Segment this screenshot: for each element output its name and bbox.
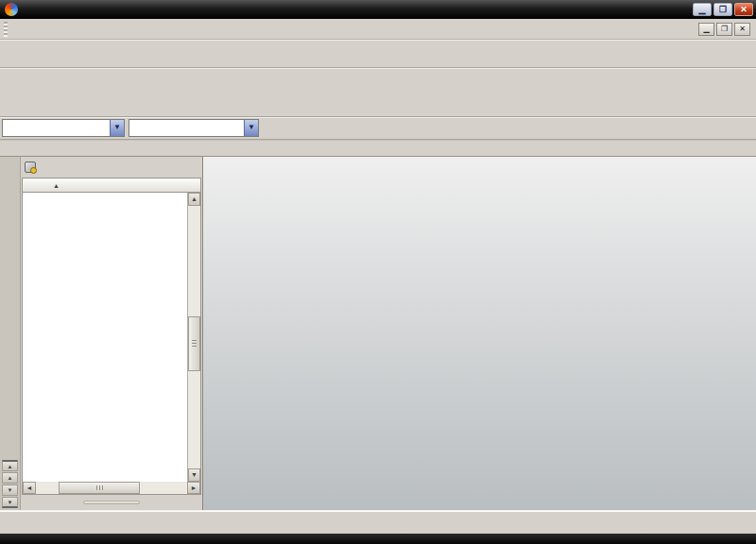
selection-scope-combo[interactable]: ▼ bbox=[129, 119, 259, 137]
tree-vertical-scrollbar[interactable]: ▲ ▼ bbox=[187, 193, 200, 482]
scroll-right-arrow[interactable]: ► bbox=[187, 482, 200, 494]
panel-resize-area bbox=[21, 495, 202, 510]
nx-app-icon bbox=[5, 3, 18, 16]
scroll-up-button[interactable]: ▲ bbox=[2, 472, 18, 484]
close-button[interactable]: ✕ bbox=[734, 3, 753, 16]
mdi-close-button[interactable]: ✕ bbox=[734, 23, 750, 36]
maximize-button[interactable]: ❐ bbox=[713, 3, 732, 16]
graphics-viewport[interactable] bbox=[203, 157, 756, 510]
gear-model-view[interactable] bbox=[203, 157, 756, 510]
navigator-icon bbox=[25, 162, 36, 173]
scroll-down-arrow[interactable]: ▼ bbox=[188, 468, 200, 482]
scrollbar-thumb[interactable] bbox=[59, 482, 140, 494]
mdi-window-buttons: ▁ ❐ ✕ bbox=[696, 23, 750, 36]
title-bar: ▁ ❐ ✕ bbox=[0, 0, 756, 19]
menu-grip[interactable] bbox=[4, 22, 8, 37]
tree-horizontal-scrollbar[interactable]: ◄ ► bbox=[22, 482, 201, 495]
scroll-bottom-button[interactable]: ▼ bbox=[2, 497, 18, 508]
scroll-top-button[interactable]: ▲ bbox=[2, 460, 18, 471]
selection-filter-combo[interactable]: ▼ bbox=[2, 119, 125, 137]
prompt-bar bbox=[0, 140, 756, 157]
selection-bar: ▼ ▼ bbox=[0, 117, 756, 140]
chevron-down-icon[interactable]: ▼ bbox=[244, 120, 258, 136]
tree-column-header[interactable]: ▲ bbox=[22, 178, 201, 193]
resource-bar: ▲ ▲ ▼ ▼ bbox=[0, 157, 21, 510]
minimize-button[interactable]: ▁ bbox=[693, 3, 712, 16]
panel-title-bar bbox=[21, 157, 202, 178]
scrollbar-thumb[interactable] bbox=[188, 316, 200, 371]
resource-bar-scrolls: ▲ ▲ ▼ ▼ bbox=[2, 459, 18, 510]
standard-toolbar bbox=[0, 40, 756, 68]
scroll-down-button[interactable]: ▼ bbox=[2, 484, 18, 496]
chevron-down-icon[interactable]: ▼ bbox=[110, 120, 124, 136]
sort-ascending-icon[interactable]: ▲ bbox=[53, 182, 60, 189]
mdi-minimize-button[interactable]: ▁ bbox=[698, 23, 714, 36]
features-toolbar bbox=[0, 68, 756, 117]
scroll-left-arrow[interactable]: ◄ bbox=[23, 482, 36, 494]
part-navigator-tree bbox=[23, 193, 187, 482]
nx-application-window: ▁ ❐ ✕ ▁ ❐ ✕ ▼ ▼ bbox=[0, 0, 756, 544]
mdi-restore-button[interactable]: ❐ bbox=[716, 23, 732, 36]
sketch-toolbar bbox=[0, 510, 756, 534]
window-bottom-border bbox=[0, 534, 756, 544]
panel-resize-grip[interactable] bbox=[83, 501, 140, 504]
menu-bar: ▁ ❐ ✕ bbox=[0, 19, 756, 40]
scroll-up-arrow[interactable]: ▲ bbox=[188, 193, 200, 206]
part-navigator-panel: ▲ ▲ ▼ ◄ ► bbox=[21, 157, 203, 510]
